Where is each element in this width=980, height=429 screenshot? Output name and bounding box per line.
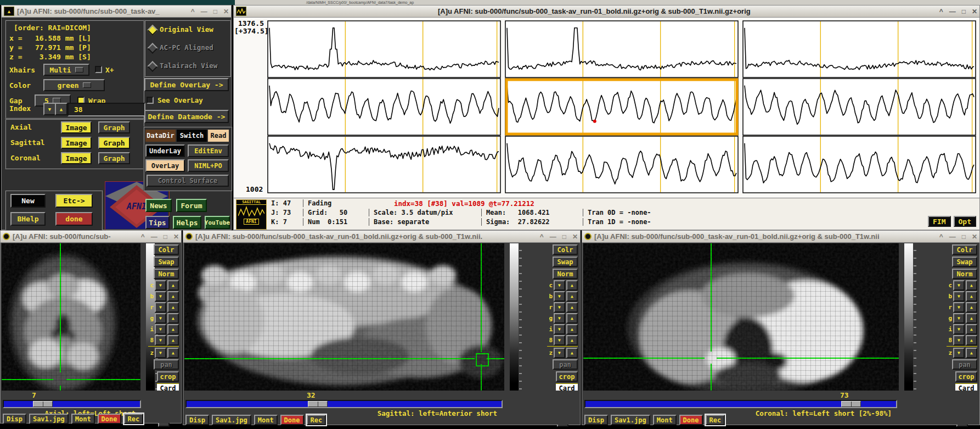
- youtube-button[interactable]: YouTube: [205, 216, 230, 229]
- shade-button[interactable]: ^: [141, 233, 145, 241]
- channel-down-button[interactable]: ▼: [554, 280, 565, 291]
- xplus-checkbox[interactable]: [95, 66, 102, 73]
- channel-up-button[interactable]: ▲: [167, 348, 179, 358]
- rec-button[interactable]: Rec: [307, 415, 326, 425]
- talairach-view-radio[interactable]: [147, 61, 158, 72]
- channel-down-button[interactable]: ▼: [953, 313, 965, 324]
- sagittal-graph-button[interactable]: Graph: [98, 137, 130, 149]
- channel-up-button[interactable]: ▲: [566, 291, 578, 302]
- minimize-button[interactable]: —: [949, 8, 956, 15]
- news-button[interactable]: News: [145, 199, 172, 212]
- channel-up-button[interactable]: ▲: [167, 313, 179, 324]
- done-button[interactable]: Done: [679, 415, 703, 425]
- slice-canvas[interactable]: [583, 243, 899, 391]
- channel-up-button[interactable]: ▲: [966, 280, 977, 291]
- maximize-button[interactable]: □: [562, 233, 566, 241]
- sav1-jpg-button[interactable]: Sav1.jpg: [212, 415, 251, 425]
- channel-up-button[interactable]: ▲: [167, 302, 179, 313]
- channel-up-button[interactable]: ▲: [966, 302, 977, 313]
- graph-cell-r1c2[interactable]: [743, 79, 976, 135]
- switch-button[interactable]: Switch: [177, 130, 207, 142]
- see-overlay-checkbox[interactable]: [147, 97, 154, 104]
- shade-button[interactable]: ^: [939, 233, 943, 241]
- fim-button[interactable]: FIM: [928, 216, 950, 227]
- grayscale-colorbar[interactable]: [510, 243, 519, 391]
- slice-slider[interactable]: [185, 400, 503, 408]
- channel-down-button[interactable]: ▼: [953, 280, 965, 291]
- channel-down-button[interactable]: ▼: [554, 348, 565, 358]
- channel-down-button[interactable]: ▼: [554, 291, 565, 302]
- new-button[interactable]: New: [10, 194, 46, 208]
- channel-down-button[interactable]: ▼: [554, 302, 565, 313]
- shade-button[interactable]: ^: [540, 233, 544, 241]
- channel-down-button[interactable]: ▼: [554, 335, 565, 346]
- channel-down-button[interactable]: ▼: [155, 313, 166, 324]
- underlay-button[interactable]: UnderLay: [145, 144, 185, 157]
- index-up-button[interactable]: ▲: [55, 103, 67, 115]
- read-button[interactable]: Read: [208, 130, 229, 142]
- mont-button[interactable]: Mont: [653, 415, 677, 425]
- done-button[interactable]: Done: [280, 415, 304, 425]
- disp-button[interactable]: Disp: [584, 415, 608, 425]
- channel-up-button[interactable]: ▲: [966, 291, 977, 302]
- slider-handle[interactable]: [33, 401, 53, 407]
- minimize-button[interactable]: —: [151, 233, 157, 241]
- channel-up-button[interactable]: ▲: [566, 313, 578, 324]
- acpc-view-radio[interactable]: [147, 43, 158, 54]
- channel-up-button[interactable]: ▲: [566, 302, 578, 313]
- original-view-radio[interactable]: [147, 25, 158, 36]
- nimlpo-button[interactable]: NIML+PO: [188, 159, 229, 172]
- swap-button[interactable]: Swap: [952, 257, 977, 267]
- colr-button[interactable]: Colr: [553, 244, 578, 255]
- channel-up-button[interactable]: ▲: [167, 324, 179, 335]
- crop-button[interactable]: crop: [955, 371, 977, 382]
- etc-button[interactable]: Etc->: [55, 194, 93, 208]
- channel-down-button[interactable]: ▼: [953, 348, 965, 358]
- maximize-button[interactable]: □: [213, 8, 217, 15]
- disp-button[interactable]: Disp: [185, 415, 209, 425]
- graph-cell-r0c1[interactable]: [505, 21, 738, 77]
- grayscale-colorbar[interactable]: [904, 243, 913, 391]
- crop-button[interactable]: crop: [556, 371, 578, 382]
- channel-down-button[interactable]: ▼: [155, 335, 166, 346]
- shade-button[interactable]: ^: [191, 8, 195, 15]
- pan-button[interactable]: pan: [154, 359, 179, 370]
- axial-graph-button[interactable]: Graph: [98, 121, 130, 133]
- graph-cell-r0c0[interactable]: [268, 21, 500, 77]
- timeseries-grid[interactable]: [234, 18, 980, 198]
- swap-button[interactable]: Swap: [154, 257, 179, 267]
- slice-slider[interactable]: [584, 400, 897, 408]
- rec-button[interactable]: Rec: [706, 415, 725, 425]
- channel-up-button[interactable]: ▲: [566, 348, 578, 358]
- close-button[interactable]: ✕: [972, 8, 977, 15]
- slice-canvas[interactable]: [184, 243, 504, 391]
- disp-button[interactable]: Disp: [3, 414, 26, 424]
- slider-handle[interactable]: [308, 401, 328, 407]
- channel-down-button[interactable]: ▼: [554, 313, 565, 324]
- close-button[interactable]: ✕: [173, 233, 179, 241]
- minimize-button[interactable]: —: [949, 233, 956, 241]
- opt-button[interactable]: Opt: [954, 216, 976, 227]
- controller-title-bar[interactable]: ▲ [A]u AFNI: sub-000/func/sub-000_task-a…: [2, 5, 231, 18]
- channel-down-button[interactable]: ▼: [155, 291, 166, 302]
- close-button[interactable]: ✕: [223, 8, 229, 15]
- slice-canvas[interactable]: [2, 243, 140, 391]
- maximize-button[interactable]: □: [164, 233, 167, 241]
- pan-button[interactable]: pan: [952, 359, 977, 370]
- sav1-jpg-button[interactable]: Sav1.jpg: [611, 415, 650, 425]
- overlay-button[interactable]: OverLay: [145, 159, 185, 172]
- done-button[interactable]: done: [55, 212, 93, 226]
- channel-up-button[interactable]: ▲: [966, 335, 977, 346]
- define-datamode-button[interactable]: Define Datamode ->: [144, 110, 229, 123]
- define-overlay-button[interactable]: Define OverLay ->: [144, 78, 229, 91]
- xhairs-menu[interactable]: Multi: [43, 64, 89, 76]
- axial-image-button[interactable]: Image: [61, 121, 92, 133]
- rec-button[interactable]: Rec: [124, 414, 144, 424]
- channel-up-button[interactable]: ▲: [566, 324, 578, 335]
- channel-up-button[interactable]: ▲: [566, 280, 578, 291]
- coronal-graph-button[interactable]: Graph: [98, 152, 130, 164]
- channel-down-button[interactable]: ▼: [155, 280, 166, 291]
- channel-up-button[interactable]: ▲: [167, 291, 179, 302]
- channel-down-button[interactable]: ▼: [953, 324, 965, 335]
- pan-button[interactable]: pan: [553, 359, 578, 370]
